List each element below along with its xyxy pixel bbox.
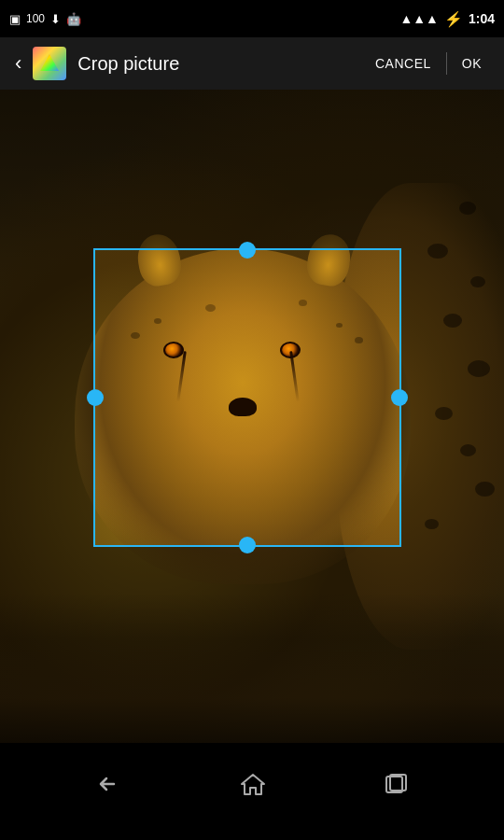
home-nav-button[interactable]: [220, 763, 286, 812]
crop-handle-top[interactable]: [239, 242, 256, 259]
ok-button[interactable]: OK: [447, 49, 497, 78]
crop-handle-bottom[interactable]: [239, 537, 256, 553]
status-left-icons: ▣ 100 ⬇ 🤖: [9, 12, 81, 26]
back-nav-icon: [95, 773, 123, 795]
time: 1:04: [469, 11, 495, 26]
back-nav-button[interactable]: [77, 763, 142, 810]
page-title: Crop picture: [77, 53, 360, 75]
status-bar: ▣ 100 ⬇ 🤖 ▲▲▲ ⚡ 1:04: [0, 0, 504, 37]
home-nav-icon: [239, 772, 267, 796]
overlay-right: [401, 248, 504, 547]
photo-area: [0, 90, 504, 743]
recents-nav-icon: [383, 772, 409, 796]
cancel-button[interactable]: CANCEL: [360, 49, 446, 78]
nav-bar: [0, 743, 504, 840]
android-icon: 🤖: [66, 12, 81, 26]
crop-handle-left[interactable]: [87, 389, 104, 406]
crop-handle-right[interactable]: [391, 389, 408, 406]
signal-icon: ▲▲▲: [399, 11, 439, 26]
status-right-icons: ▲▲▲ ⚡ 1:04: [399, 10, 495, 28]
overlay-bottom: [0, 547, 504, 743]
battery-icon: ⚡: [444, 10, 463, 28]
sim-icon: ▣: [9, 12, 21, 26]
app-icon: [33, 47, 66, 80]
app-bar: ‹ Crop picture CANCEL OK: [0, 37, 504, 90]
app-bar-actions: CANCEL OK: [360, 49, 497, 78]
recents-nav-button[interactable]: [364, 763, 427, 812]
app-logo-icon: [38, 52, 61, 75]
crop-rectangle[interactable]: [93, 248, 401, 547]
back-button[interactable]: ‹: [7, 44, 29, 83]
download-icon: ⬇: [50, 12, 61, 26]
overlay-left: [0, 248, 93, 547]
battery-percent: 100: [26, 12, 45, 25]
overlay-top: [0, 90, 504, 248]
svg-marker-0: [40, 54, 59, 71]
